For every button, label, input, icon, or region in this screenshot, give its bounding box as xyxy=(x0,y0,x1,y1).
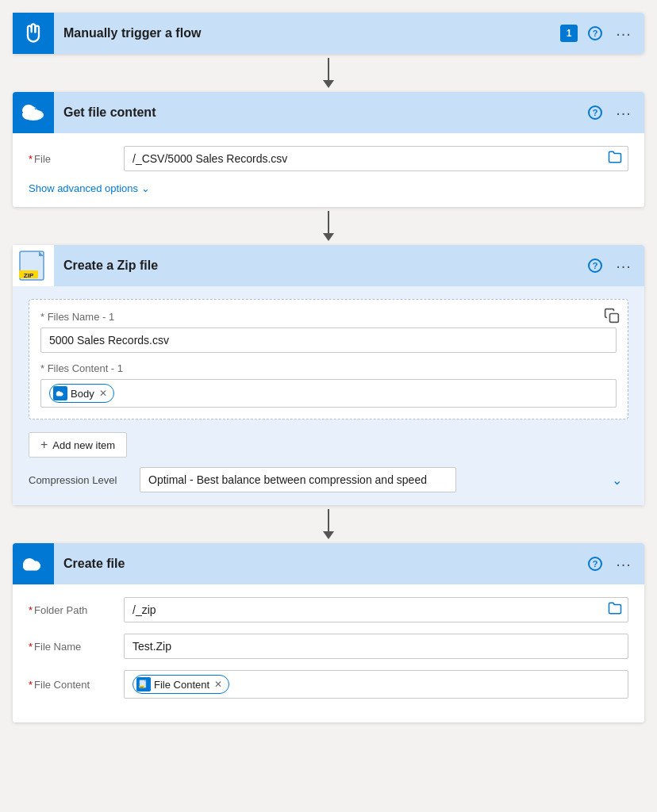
create-file-header: Create file ? ··· xyxy=(13,543,644,584)
ellipsis-icon: ··· xyxy=(616,25,632,43)
ellipsis-icon-2: ··· xyxy=(616,104,632,122)
body-token-icon xyxy=(53,386,67,400)
arrow-line-3 xyxy=(328,509,329,531)
zip-items-box: * Files Name - 1 * Files Content - 1 Bod… xyxy=(29,299,628,419)
get-file-content-card: Get file content ? ··· *File xyxy=(13,92,644,207)
svg-text:ZIP: ZIP xyxy=(140,686,144,688)
file-input[interactable] xyxy=(124,146,628,171)
hand-icon xyxy=(22,22,44,44)
file-label: *File xyxy=(29,153,124,165)
trigger-more-button[interactable]: ··· xyxy=(613,22,635,44)
create-zip-header: ZIP Create a Zip file ? ··· xyxy=(13,245,644,286)
folder-path-row: *Folder Path xyxy=(29,597,628,622)
trigger-icon-box xyxy=(13,13,54,54)
file-content-token-icon: ZIP xyxy=(136,677,151,691)
file-field-row: *File xyxy=(29,146,628,171)
folder-icon xyxy=(608,150,622,167)
files-name-input[interactable] xyxy=(40,327,617,353)
compression-row: Compression Level Optimal - Best balance… xyxy=(29,467,628,492)
arrow-head-2 xyxy=(323,233,334,241)
get-file-actions: ? ··· xyxy=(584,102,635,124)
compression-label: Compression Level xyxy=(29,474,140,486)
flow-canvas: Manually trigger a flow 1 ? ··· xyxy=(13,13,644,722)
arrow-1 xyxy=(323,54,334,92)
svg-text:?: ? xyxy=(593,261,598,270)
help-icon-4: ? xyxy=(587,556,603,572)
create-zip-help-button[interactable]: ? xyxy=(584,255,606,277)
trigger-badge: 1 xyxy=(560,25,578,42)
file-content-input[interactable]: ZIP File Content ✕ xyxy=(124,670,628,699)
file-name-wrap xyxy=(124,634,628,659)
body-token-remove[interactable]: ✕ xyxy=(99,388,107,399)
file-name-label: *File Name xyxy=(29,641,124,653)
show-advanced-button[interactable]: Show advanced options ⌄ xyxy=(29,182,150,194)
get-file-title: Get file content xyxy=(54,105,584,120)
copy-button[interactable] xyxy=(604,308,620,327)
ellipsis-icon-4: ··· xyxy=(616,555,632,573)
folder-path-input[interactable] xyxy=(124,597,628,622)
arrow-line-2 xyxy=(328,211,329,233)
create-zip-card: ZIP Create a Zip file ? ··· * Files Name… xyxy=(13,245,644,505)
create-file-help-button[interactable]: ? xyxy=(584,553,606,575)
compression-select[interactable]: Optimal - Best balance between compressi… xyxy=(140,467,456,492)
trigger-help-button[interactable]: ? xyxy=(584,22,606,44)
arrow-head-3 xyxy=(323,531,334,539)
compression-wrap: Optimal - Best balance between compressi… xyxy=(140,467,628,492)
file-content-token: ZIP File Content ✕ xyxy=(133,675,229,694)
create-file-icon-box xyxy=(13,543,54,584)
plus-icon: + xyxy=(40,438,48,452)
svg-text:?: ? xyxy=(593,29,598,38)
required-star-3: * xyxy=(29,641,33,653)
file-content-token-remove[interactable]: ✕ xyxy=(214,679,222,690)
chevron-down-icon-2: ⌄ xyxy=(612,473,622,488)
trigger-title: Manually trigger a flow xyxy=(54,26,560,40)
file-input-wrap xyxy=(124,146,628,171)
zip-mini-icon: ZIP xyxy=(139,680,148,689)
help-icon: ? xyxy=(587,25,603,41)
required-star-2: * xyxy=(29,604,33,616)
trigger-actions: 1 ? ··· xyxy=(560,22,635,44)
body-token-label: Body xyxy=(71,388,94,400)
file-name-input[interactable] xyxy=(124,634,628,659)
create-file-title: Create file xyxy=(54,557,584,571)
svg-text:?: ? xyxy=(593,108,598,117)
arrow-3 xyxy=(323,505,334,543)
get-file-icon-box xyxy=(13,92,54,133)
get-file-help-button[interactable]: ? xyxy=(584,102,606,124)
get-file-more-button[interactable]: ··· xyxy=(613,102,635,124)
create-file-more-button[interactable]: ··· xyxy=(613,553,635,575)
file-content-token-label: File Content xyxy=(154,679,209,691)
cloud-token-icon xyxy=(56,389,65,398)
trigger-header: Manually trigger a flow 1 ? ··· xyxy=(13,13,644,54)
ellipsis-icon-3: ··· xyxy=(616,257,632,275)
arrow-head-1 xyxy=(323,80,334,88)
chevron-down-icon: ⌄ xyxy=(141,182,150,194)
folder-path-wrap xyxy=(124,597,628,622)
zip-file-icon: ZIP xyxy=(17,248,50,283)
folder-icon-2 xyxy=(608,601,622,619)
get-file-body: *File Show advanced options ⌄ xyxy=(13,133,644,207)
arrow-2 xyxy=(323,207,334,245)
help-icon-3: ? xyxy=(587,258,603,274)
required-star: * xyxy=(29,153,33,165)
create-zip-title: Create a Zip file xyxy=(54,259,584,273)
zip-icon-box: ZIP xyxy=(13,245,54,286)
create-file-cloud-icon xyxy=(21,555,45,573)
help-icon-2: ? xyxy=(587,105,603,121)
create-file-body: *Folder Path *File Name xyxy=(13,584,644,722)
svg-text:ZIP: ZIP xyxy=(24,272,34,279)
files-name-label: * Files Name - 1 xyxy=(40,311,617,323)
files-content-input[interactable]: Body ✕ xyxy=(40,379,617,408)
file-name-row: *File Name xyxy=(29,634,628,659)
svg-text:?: ? xyxy=(593,559,598,569)
add-new-item-button[interactable]: + Add new item xyxy=(29,432,127,458)
file-content-row: *File Content ZIP xyxy=(29,670,628,699)
trigger-card: Manually trigger a flow 1 ? ··· xyxy=(13,13,644,54)
body-token: Body ✕ xyxy=(49,384,114,403)
file-content-wrap: ZIP File Content ✕ xyxy=(124,670,628,699)
get-file-header: Get file content ? ··· xyxy=(13,92,644,133)
folder-path-label: *Folder Path xyxy=(29,604,124,616)
file-content-label: *File Content xyxy=(29,679,124,691)
files-content-label: * Files Content - 1 xyxy=(40,362,617,374)
create-zip-more-button[interactable]: ··· xyxy=(613,255,635,277)
